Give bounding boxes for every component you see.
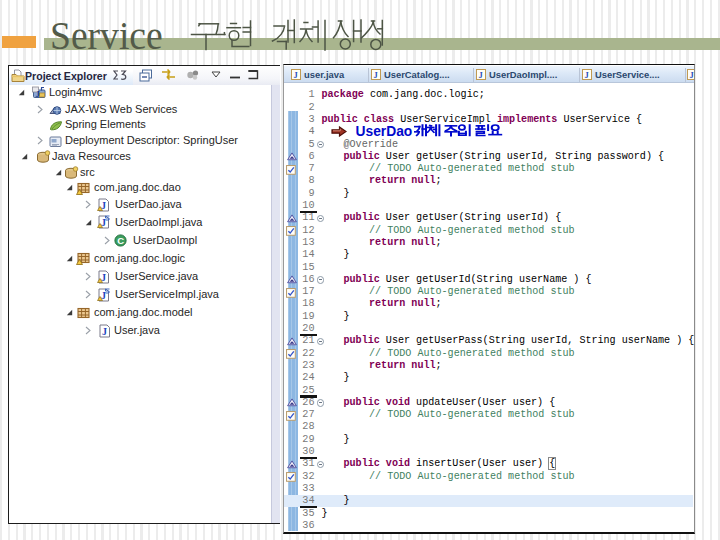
svg-text:J: J bbox=[294, 70, 299, 80]
svg-text:J: J bbox=[690, 70, 695, 80]
svg-text:J: J bbox=[585, 70, 590, 80]
svg-text:J: J bbox=[102, 325, 107, 336]
svg-text:J: J bbox=[479, 70, 484, 80]
svg-text:C: C bbox=[117, 235, 124, 246]
svg-text:J: J bbox=[374, 70, 379, 80]
svg-text:J: J bbox=[36, 89, 41, 99]
